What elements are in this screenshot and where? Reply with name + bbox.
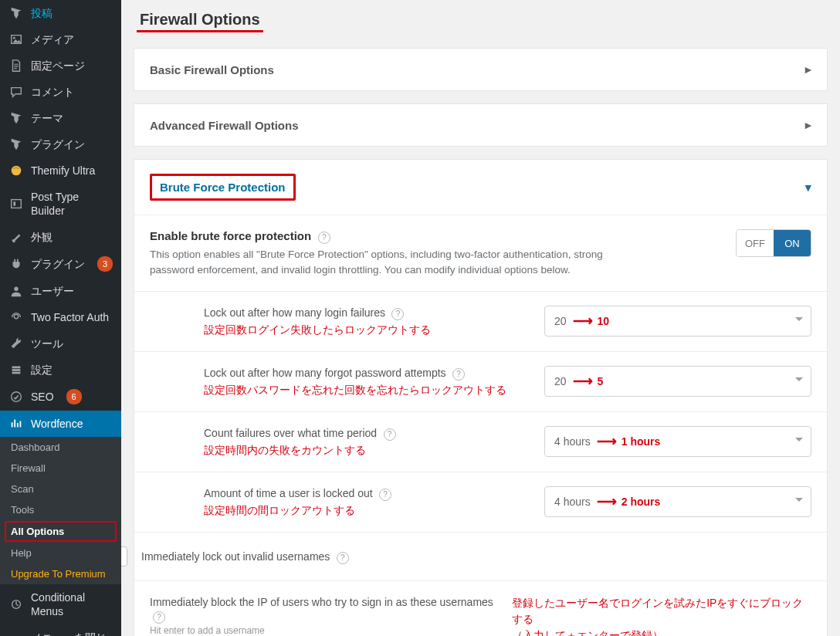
sidebar-subitem-2[interactable]: Scan <box>0 479 121 499</box>
help-icon[interactable]: ? <box>153 611 165 624</box>
opt-select-3[interactable]: 4 hours ⟶ 2 hours <box>544 486 811 517</box>
comment-icon <box>9 85 23 99</box>
select-value: 20 <box>554 315 567 327</box>
arrow-right-icon: ⟶ <box>573 373 591 390</box>
sidebar-item-13[interactable]: 設定 <box>0 357 121 383</box>
immediate-invalid-label: Immediately lock out invalid usernames <box>141 550 330 563</box>
sidebar-item-1[interactable]: メディア <box>0 26 121 52</box>
help-icon[interactable]: ? <box>379 489 391 501</box>
panel-advanced-label: Advanced Firewall Options <box>150 119 299 132</box>
panel-brute-header[interactable]: Brute Force Protection ▾ <box>134 160 827 215</box>
chevron-down-icon <box>795 438 803 445</box>
user-icon <box>9 284 23 298</box>
sidebar-subitem-1[interactable]: Firewall <box>0 458 121 479</box>
badge: 6 <box>66 389 82 404</box>
select-value: 4 hours <box>554 435 591 448</box>
help-icon[interactable]: ? <box>391 308 404 320</box>
sidebar-item-3[interactable]: コメント <box>0 79 121 105</box>
sidebar-subitem-5[interactable]: Help <box>0 543 121 563</box>
sidebar-item-12[interactable]: ツール <box>0 330 121 357</box>
toggle-on[interactable]: ON <box>774 230 811 256</box>
opt-select-2[interactable]: 4 hours ⟶ 1 hours <box>544 426 811 457</box>
sidebar-item-15[interactable]: Wordfence <box>0 411 121 437</box>
opt-label: Amount of time a user is locked out <box>204 487 373 499</box>
sidebar-item-label: ユーザー <box>31 284 74 298</box>
arrow-right-icon: ⟶ <box>597 433 615 450</box>
arrow-right-icon: ⟶ <box>573 313 591 330</box>
sidebar-item-14[interactable]: SEO 6 <box>0 383 121 411</box>
chevron-down-icon <box>795 317 803 325</box>
sidebar-item-7[interactable]: Post Type Builder <box>0 184 121 224</box>
wp-admin-sidebar: 投稿 メディア 固定ページ コメント テーマ プラグイン <box>0 0 121 636</box>
sidebar-subitem-4[interactable]: All Options <box>5 521 117 542</box>
sidebar-item-label: テーマ <box>31 111 63 125</box>
ptb-icon <box>9 197 23 211</box>
sidebar-subitem-3[interactable]: Tools <box>0 499 121 520</box>
sidebar-item-label: Themify Ultra <box>31 164 95 178</box>
sidebar-item-label: Conditional Menus <box>31 590 113 618</box>
select-recommended: 5 <box>598 375 604 387</box>
sidebar-subitem-0[interactable]: Dashboard <box>0 437 121 458</box>
panel-basic[interactable]: Basic Firewall Options ▸ <box>134 48 828 91</box>
panel-advanced[interactable]: Advanced Firewall Options ▸ <box>134 103 828 147</box>
block-ip-hint: Hit enter to add a username <box>150 625 496 636</box>
chevron-down-icon <box>795 498 803 506</box>
opt-note: 設定回数パスワードを忘れた回数を忘れたらロックアウトする <box>204 384 529 398</box>
select-recommended: 2 hours <box>622 496 661 508</box>
opt-select-1[interactable]: 20 ⟶ 5 <box>544 366 811 397</box>
svg-rect-2 <box>12 200 22 208</box>
sidebar-item-10[interactable]: ユーザー <box>0 278 121 304</box>
sidebar-item-label: プラグイン <box>31 257 85 271</box>
pin-icon <box>9 6 23 20</box>
sidebar-item-label: SEO <box>31 390 54 404</box>
sidebar-item-label: ツール <box>31 337 63 350</box>
enable-brute-toggle[interactable]: OFF ON <box>736 229 811 257</box>
sidebar-item-0[interactable]: 投稿 <box>0 0 121 26</box>
sidebar-post-item-1[interactable]: メニューを閉じる <box>0 624 121 636</box>
main-content: Firewall Options Basic Firewall Options … <box>121 0 840 636</box>
arrow-right-icon: ⟶ <box>597 493 615 510</box>
themify-icon <box>9 164 23 178</box>
svg-rect-6 <box>12 369 21 371</box>
sidebar-subitem-6[interactable]: Upgrade To Premium <box>0 563 121 584</box>
select-recommended: 10 <box>598 315 610 327</box>
sidebar-item-4[interactable]: テーマ <box>0 105 121 131</box>
svg-point-4 <box>14 287 18 291</box>
help-icon[interactable]: ? <box>337 552 349 564</box>
select-value: 4 hours <box>554 496 591 508</box>
sidebar-item-label: Two Factor Auth <box>31 310 109 324</box>
chevron-down-icon <box>795 377 803 385</box>
enable-brute-desc: This option enables all "Brute Force Pro… <box>150 247 644 277</box>
block-ip-annotation: 登録したユーザー名でログインを試みたIPをすぐにブロックする （入力して＋エンタ… <box>512 595 811 636</box>
immediate-invalid-checkbox[interactable] <box>121 546 127 567</box>
sidebar-post-item-0[interactable]: Conditional Menus <box>0 584 121 624</box>
help-icon[interactable]: ? <box>318 232 330 244</box>
sidebar-item-11[interactable]: Two Factor Auth <box>0 304 121 330</box>
opt-select-0[interactable]: 20 ⟶ 10 <box>544 306 811 337</box>
help-icon[interactable]: ? <box>384 428 396 441</box>
sidebar-item-2[interactable]: 固定ページ <box>0 52 121 79</box>
sidebar-item-8[interactable]: 外観 <box>0 224 121 250</box>
opt-label: Count failures over what time period <box>204 427 377 439</box>
sidebar-item-label: プラグイン <box>31 137 85 151</box>
opt-note: 設定時間の間ロックアウトする <box>204 504 529 518</box>
sidebar-item-9[interactable]: プラグイン 3 <box>0 250 121 278</box>
sidebar-item-5[interactable]: プラグイン <box>0 131 121 157</box>
seo-icon <box>9 390 23 404</box>
2fa-icon <box>9 310 23 324</box>
help-icon[interactable]: ? <box>452 368 465 381</box>
cond-icon <box>9 597 23 611</box>
svg-rect-7 <box>12 372 21 374</box>
sidebar-item-label: コメント <box>31 85 74 99</box>
opt-label: Lock out after how many forgot password … <box>204 367 446 379</box>
chevron-down-icon: ▾ <box>805 181 811 195</box>
panel-brute-force: Brute Force Protection ▾ Enable brute fo… <box>134 159 828 636</box>
brush-icon <box>9 230 23 244</box>
chevron-right-icon: ▸ <box>805 118 811 132</box>
settings-icon <box>9 363 23 377</box>
svg-point-8 <box>12 392 22 402</box>
sidebar-item-6[interactable]: Themify Ultra <box>0 157 121 184</box>
block-ip-label: Immediately block the IP of users who tr… <box>150 596 493 608</box>
media-icon <box>9 32 23 46</box>
toggle-off[interactable]: OFF <box>737 230 774 256</box>
